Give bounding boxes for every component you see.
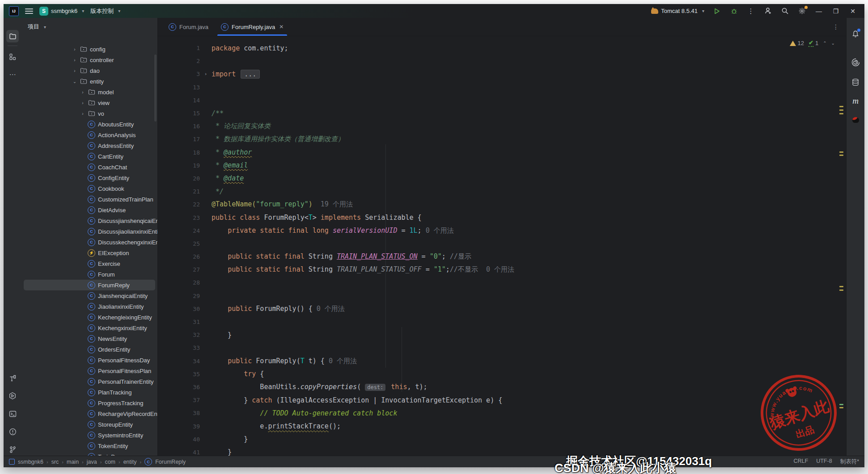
code-line[interactable]: 22@TableName("forum_reply") 19 个用法 bbox=[158, 198, 847, 211]
code-line[interactable]: 35 try { bbox=[158, 368, 847, 381]
code-line[interactable]: 36 BeanUtils.copyProperties( dest: this,… bbox=[158, 381, 847, 394]
tree-item-cartentity[interactable]: CCartEntity bbox=[24, 151, 155, 162]
tree-item-customizedtrainplan[interactable]: CCustomizedTrainPlan bbox=[24, 194, 155, 205]
tree-item-discusskechengxinxientity[interactable]: CDiscusskechengxinxiEntity bbox=[24, 237, 155, 247]
tree-item-cookbook[interactable]: CCookbook bbox=[24, 183, 155, 194]
tab-options-icon[interactable]: ⋮ bbox=[833, 23, 839, 30]
next-problem-icon[interactable]: ⌄ bbox=[831, 41, 835, 46]
code-with-me-icon[interactable] bbox=[763, 7, 772, 16]
maven-icon[interactable]: m bbox=[850, 96, 861, 106]
code-editor[interactable]: 1package com.entity;23›import ...131415/… bbox=[158, 36, 847, 456]
line-number[interactable]: 28 bbox=[158, 279, 200, 286]
code-line[interactable]: 38 // TODO Auto-generated catch block bbox=[158, 407, 847, 419]
line-number[interactable]: 26 bbox=[158, 253, 200, 260]
project-panel-header[interactable]: 项目 ▾ bbox=[21, 18, 157, 36]
more-tool-windows-icon[interactable]: ⋯ bbox=[6, 68, 19, 81]
stripe-mark[interactable] bbox=[839, 407, 843, 408]
code-line[interactable]: 3›import ... bbox=[158, 67, 847, 80]
line-number[interactable]: 30 bbox=[158, 306, 200, 312]
chevron-right-icon[interactable]: › bbox=[70, 68, 80, 73]
main-menu-icon[interactable] bbox=[25, 8, 33, 14]
line-number[interactable]: 23 bbox=[158, 214, 200, 221]
tree-item-tokenentity[interactable]: CTokenEntity bbox=[24, 440, 155, 451]
line-number[interactable]: 37 bbox=[158, 397, 200, 403]
line-number[interactable]: 25 bbox=[158, 240, 200, 247]
line-number[interactable]: 27 bbox=[158, 266, 200, 273]
tree-item-controller[interactable]: ›controller bbox=[24, 55, 155, 65]
tree-item-dietadvise[interactable]: CDietAdvise bbox=[24, 205, 155, 215]
terminal-tool-window-button[interactable] bbox=[6, 407, 19, 420]
line-number[interactable]: 18 bbox=[158, 149, 200, 156]
line-number[interactable]: 1 bbox=[158, 45, 200, 51]
line-number[interactable]: 13 bbox=[158, 84, 200, 91]
tree-item-personalfitnessplan[interactable]: CPersonalFitnessPlan bbox=[24, 365, 155, 376]
problems-tool-window-button[interactable] bbox=[6, 425, 19, 438]
tree-item-trainday[interactable]: CTrainDay bbox=[24, 451, 155, 456]
code-line[interactable]: 18 * @author bbox=[158, 146, 847, 159]
line-number[interactable]: 20 bbox=[158, 175, 200, 182]
line-number[interactable]: 19 bbox=[158, 162, 200, 169]
breadcrumb-item-entity[interactable]: entity bbox=[123, 459, 137, 465]
tree-item-dao[interactable]: ›dao bbox=[24, 65, 155, 76]
maximize-button[interactable]: ❐ bbox=[831, 7, 840, 16]
code-line[interactable]: 14 bbox=[158, 94, 847, 107]
code-line[interactable]: 16 * 论坛回复实体类 bbox=[158, 120, 847, 133]
more-actions-icon[interactable]: ⋮ bbox=[746, 7, 755, 16]
status-item-crlf[interactable]: CRLF bbox=[794, 458, 809, 466]
tree-item-discussjiaolianxinxientity[interactable]: CDiscussjiaolianxinxiEntity bbox=[24, 226, 155, 237]
status-item-[interactable]: 制表符* bbox=[840, 458, 859, 466]
tree-item-jiaolianxinxientity[interactable]: CJiaolianxinxiEntity bbox=[24, 301, 155, 312]
tree-item-progresstracking[interactable]: CProgressTracking bbox=[24, 398, 155, 408]
tree-item-actionanalysis[interactable]: CActionAnalysis bbox=[24, 130, 155, 140]
run-configuration-select[interactable]: Tomcat 8.5.41 ▾ bbox=[651, 8, 704, 14]
breadcrumb-item-com[interactable]: com bbox=[105, 459, 115, 465]
chevron-right-icon[interactable]: › bbox=[78, 111, 88, 116]
code-line[interactable]: 31 bbox=[158, 315, 847, 328]
line-number[interactable]: 36 bbox=[158, 384, 200, 390]
status-item-utf8[interactable]: UTF-8 bbox=[816, 458, 832, 466]
tree-item-rechargeviprecordentity[interactable]: CRechargeVipRecordEntity bbox=[24, 408, 155, 419]
tree-item-jianshenqicaientity[interactable]: CJianshenqicaiEntity bbox=[24, 290, 155, 301]
line-number[interactable]: 39 bbox=[158, 423, 200, 430]
line-number[interactable]: 32 bbox=[158, 331, 200, 338]
stripe-mark[interactable] bbox=[839, 106, 843, 107]
build-tool-window-button[interactable] bbox=[6, 372, 19, 384]
code-line[interactable]: 28 bbox=[158, 276, 847, 289]
code-line[interactable]: 21 */ bbox=[158, 185, 847, 198]
code-line[interactable]: 13 bbox=[158, 81, 847, 94]
tree-item-config[interactable]: ›config bbox=[24, 44, 155, 55]
vcs-widget[interactable]: 版本控制 ▾ bbox=[90, 7, 120, 15]
code-line[interactable]: 19 * @email bbox=[158, 159, 847, 172]
stripe-mark[interactable] bbox=[839, 404, 843, 405]
tab-forum-java[interactable]: CForum.java bbox=[162, 18, 215, 36]
tree-item-personaltrainerentity[interactable]: CPersonalTrainerEntity bbox=[24, 376, 155, 387]
code-line[interactable]: 30 public ForumReply() { 0 个用法 bbox=[158, 302, 847, 315]
line-number[interactable]: 34 bbox=[158, 358, 200, 365]
structure-tool-window-button[interactable] bbox=[6, 50, 19, 63]
stripe-mark[interactable] bbox=[839, 109, 843, 111]
tree-item-newsentity[interactable]: CNewsEntity bbox=[24, 333, 155, 344]
stripe-mark[interactable] bbox=[839, 151, 843, 153]
fold-arrow-icon[interactable]: › bbox=[200, 71, 212, 77]
project-widget[interactable]: S ssmbgnk6 ▾ bbox=[39, 7, 84, 16]
chevron-right-icon[interactable]: › bbox=[70, 58, 80, 63]
line-number[interactable]: 41 bbox=[158, 449, 200, 456]
tree-item-personalfitnessday[interactable]: CPersonalFitnessDay bbox=[24, 355, 155, 365]
line-number[interactable]: 38 bbox=[158, 410, 200, 416]
project-tool-window-button[interactable] bbox=[6, 30, 19, 42]
tree-item-entity[interactable]: ⌄entity bbox=[24, 76, 155, 87]
code-line[interactable]: 39 e.printStackTrace(); bbox=[158, 419, 847, 432]
tab-forumreply-java[interactable]: CForumReply.java✕ bbox=[215, 18, 290, 36]
code-line[interactable]: 29 bbox=[158, 289, 847, 302]
code-line[interactable]: 41 } bbox=[158, 446, 847, 456]
database-icon[interactable] bbox=[850, 77, 861, 88]
search-everywhere-icon[interactable] bbox=[780, 7, 789, 16]
tree-item-forum[interactable]: CForum bbox=[24, 269, 155, 280]
line-number[interactable]: 15 bbox=[158, 110, 200, 117]
stripe-mark[interactable] bbox=[839, 286, 843, 287]
code-line[interactable]: 24 private static final long serialVersi… bbox=[158, 224, 847, 237]
code-line[interactable]: 25 bbox=[158, 237, 847, 250]
code-line[interactable]: 33 bbox=[158, 341, 847, 354]
error-stripe[interactable] bbox=[839, 36, 844, 456]
tree-item-vo[interactable]: ›vo bbox=[24, 108, 155, 119]
